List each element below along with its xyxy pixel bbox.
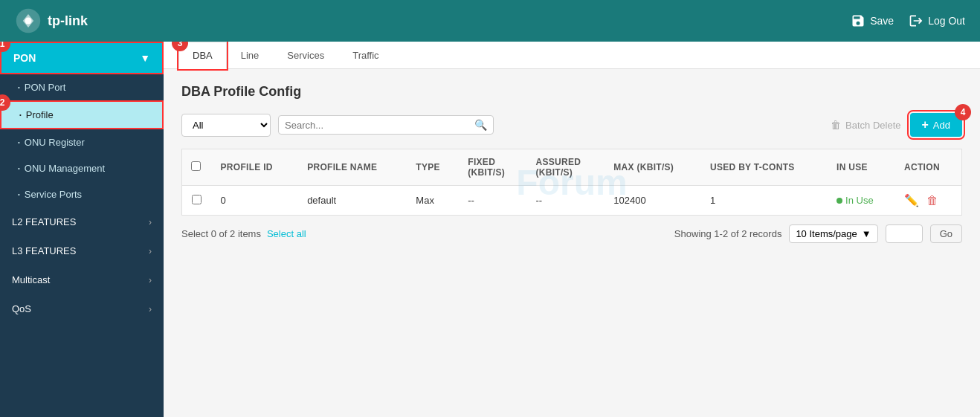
footer-left: Select 0 of 2 items Select all xyxy=(181,228,306,239)
trash-icon: 🗑 xyxy=(831,119,841,131)
select-all-checkbox[interactable] xyxy=(191,161,201,171)
table-header-row: PROFILE ID PROFILE NAME TYPE FIXED(KBIT/… xyxy=(182,149,962,186)
sidebar-item-profile[interactable]: 2 • Profile xyxy=(0,100,164,129)
dot-icon: • xyxy=(18,139,20,146)
sidebar-item-pon-port[interactable]: • PON Port xyxy=(0,74,164,100)
th-fixed-kbits: FIXED(KBIT/S) xyxy=(459,149,526,186)
table-footer: Select 0 of 2 items Select all Showing 1… xyxy=(181,216,962,243)
chevron-down-icon: ▼ xyxy=(862,228,871,239)
in-use-dot-icon xyxy=(836,198,842,204)
edit-button[interactable]: ✏️ xyxy=(904,193,919,207)
pon-label: PON xyxy=(13,52,36,64)
sidebar-item-label: Profile xyxy=(26,109,54,120)
tab-label: Line xyxy=(241,50,259,61)
table-wrapper: PROFILE ID PROFILE NAME TYPE FIXED(KBIT/… xyxy=(181,149,962,216)
sidebar-group-l2-features[interactable]: L2 FEATURES › xyxy=(0,207,164,236)
tab-services[interactable]: Services xyxy=(273,42,338,69)
add-button[interactable]: 4 + Add xyxy=(910,113,962,137)
logout-label: Log Out xyxy=(928,15,965,27)
badge-3: 3 xyxy=(172,42,188,51)
l3-features-label: L3 FEATURES xyxy=(12,245,76,256)
dot-icon: • xyxy=(18,191,20,198)
multicast-label: Multicast xyxy=(12,274,50,285)
th-profile-id: PROFILE ID xyxy=(212,149,299,186)
th-used-by-t-conts: USED BY T-CONTS xyxy=(701,149,828,186)
logo-text: tp-link xyxy=(48,13,88,29)
search-icon: 🔍 xyxy=(474,119,487,131)
sidebar-item-label: Service Ports xyxy=(25,189,82,200)
cell-type: Max xyxy=(407,186,459,216)
sidebar-item-onu-management[interactable]: • ONU Management xyxy=(0,155,164,181)
top-nav: tp-link Save Log Out xyxy=(0,0,980,42)
page-content: DBA Profile Config All 🔍 🗑 Batch Delete xyxy=(164,69,980,417)
sidebar-item-onu-register[interactable]: • ONU Register xyxy=(0,129,164,155)
sidebar-item-label: PON Port xyxy=(25,82,66,93)
select-count: Select 0 of 2 items xyxy=(181,228,261,239)
tab-line[interactable]: Line xyxy=(227,42,274,69)
toolbar-right: 🗑 Batch Delete 4 + Add xyxy=(831,113,962,137)
cell-fixed: -- xyxy=(459,186,526,216)
tab-label: Traffic xyxy=(352,50,378,61)
page-title: DBA Profile Config xyxy=(181,84,962,100)
tab-dba[interactable]: 3 DBA xyxy=(178,42,227,69)
add-label: Add xyxy=(933,120,950,131)
tabs-bar: 3 DBA Line Services Traffic xyxy=(164,42,980,69)
qos-label: QoS xyxy=(12,303,31,314)
table-row: 0 default Max -- -- 102400 1 In Use xyxy=(182,186,962,216)
in-use-status: In Use xyxy=(836,195,886,206)
batch-delete-label: Batch Delete xyxy=(845,120,900,131)
pon-chevron-icon: ▼ xyxy=(140,52,150,64)
search-box: 🔍 xyxy=(278,115,494,135)
filter-select[interactable]: All xyxy=(181,114,271,137)
sidebar-item-service-ports[interactable]: • Service Ports xyxy=(0,181,164,207)
sidebar-item-label: ONU Register xyxy=(25,137,85,148)
logo-area: tp-link xyxy=(15,7,88,34)
delete-button[interactable]: 🗑 xyxy=(926,194,938,207)
save-label: Save xyxy=(870,15,894,27)
items-per-page-select[interactable]: 10 Items/page ▼ xyxy=(789,224,877,243)
th-type: TYPE xyxy=(407,149,459,186)
chevron-right-icon: › xyxy=(149,304,152,314)
cell-max: 102400 xyxy=(605,186,701,216)
sidebar-group-qos[interactable]: QoS › xyxy=(0,294,164,323)
tab-label: DBA xyxy=(193,50,213,61)
logout-icon xyxy=(909,13,923,28)
th-assured-kbits: ASSURED(KBIT/S) xyxy=(526,149,605,186)
row-checkbox[interactable] xyxy=(192,195,202,204)
tab-label: Services xyxy=(287,50,324,61)
svg-point-1 xyxy=(25,18,32,25)
cell-profile-name: default xyxy=(298,186,407,216)
go-button[interactable]: Go xyxy=(930,224,962,243)
cell-profile-id: 0 xyxy=(212,186,299,216)
select-all-link[interactable]: Select all xyxy=(267,228,306,239)
chevron-right-icon: › xyxy=(149,246,152,256)
footer-right: Showing 1-2 of 2 records 10 Items/page ▼… xyxy=(674,224,962,243)
cell-action: ✏️ 🗑 xyxy=(895,186,961,216)
th-max-kbits: MAX (KBIT/S) xyxy=(605,149,701,186)
tab-traffic[interactable]: Traffic xyxy=(338,42,393,69)
page-number-input[interactable] xyxy=(886,224,923,243)
dot-icon: • xyxy=(18,84,20,91)
content-area: 3 DBA Line Services Traffic DBA Profile … xyxy=(164,42,980,417)
logout-button[interactable]: Log Out xyxy=(909,13,965,28)
th-in-use: IN USE xyxy=(828,149,895,186)
chevron-right-icon: › xyxy=(149,275,152,285)
nav-actions: Save Log Out xyxy=(851,13,965,28)
badge-1: 1 xyxy=(0,42,10,52)
dot-icon: • xyxy=(18,165,20,172)
th-action: ACTION xyxy=(895,149,961,186)
plus-icon: + xyxy=(922,118,929,132)
l2-features-label: L2 FEATURES xyxy=(12,216,76,227)
sidebar-group-l3-features[interactable]: L3 FEATURES › xyxy=(0,236,164,265)
sidebar: 1 PON ▼ • PON Port 2 • Profile • ONU Reg… xyxy=(0,42,164,417)
sidebar-group-multicast[interactable]: Multicast › xyxy=(0,265,164,294)
save-button[interactable]: Save xyxy=(851,13,894,28)
th-checkbox xyxy=(182,149,212,186)
search-input[interactable] xyxy=(285,120,474,131)
cell-used-by-t-conts: 1 xyxy=(701,186,828,216)
sidebar-item-label: ONU Management xyxy=(25,163,105,174)
sidebar-pon-header[interactable]: 1 PON ▼ xyxy=(0,42,164,74)
batch-delete-button[interactable]: 🗑 Batch Delete xyxy=(831,119,900,131)
action-buttons: ✏️ 🗑 xyxy=(904,193,952,207)
badge-4: 4 xyxy=(955,104,971,120)
